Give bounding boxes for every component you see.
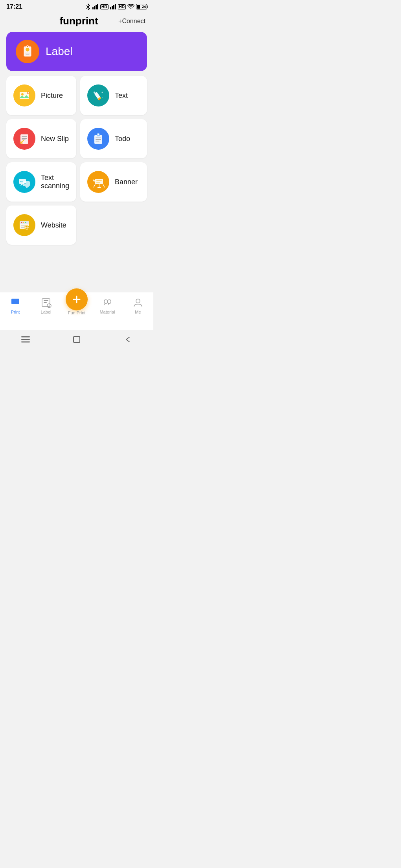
svg-text:字: 字 xyxy=(24,183,26,185)
svg-rect-3 xyxy=(97,4,98,9)
funprint-nav-label: Fun Print xyxy=(68,310,86,315)
system-back-button[interactable] xyxy=(121,333,134,346)
label-nav-icon xyxy=(40,297,52,308)
me-nav-label: Me xyxy=(135,310,141,314)
connect-button[interactable]: +Connect xyxy=(118,18,145,25)
svg-point-47 xyxy=(23,222,24,223)
svg-rect-1 xyxy=(94,6,95,9)
label-banner-icon xyxy=(16,40,39,63)
banner-icon xyxy=(87,171,109,193)
svg-rect-10 xyxy=(25,53,30,53)
content-spacer xyxy=(0,245,153,292)
svg-point-64 xyxy=(136,299,140,303)
hd-label-2: HD xyxy=(118,4,126,9)
svg-line-38 xyxy=(94,184,95,187)
svg-point-12 xyxy=(27,46,29,48)
svg-rect-23 xyxy=(22,138,27,139)
status-time: 17:21 xyxy=(6,3,22,10)
svg-rect-2 xyxy=(96,5,97,9)
svg-rect-65 xyxy=(21,336,30,338)
todo-label: Todo xyxy=(115,135,130,143)
hd-label-1: HD xyxy=(100,4,108,9)
svg-point-18 xyxy=(94,92,95,93)
signal-icon-2 xyxy=(110,4,116,9)
nav-item-label[interactable]: Label xyxy=(31,295,61,316)
text-label: Text xyxy=(115,92,128,100)
svg-line-39 xyxy=(103,184,105,187)
svg-rect-5 xyxy=(112,6,113,9)
nav-item-print[interactable]: Print xyxy=(0,295,31,316)
text-scanning-label: Text scanning xyxy=(41,174,69,190)
bottom-nav: Print Label Fun Print xyxy=(0,292,153,330)
status-icons: HD HD 24 xyxy=(85,4,147,10)
grid-item-banner[interactable]: Banner xyxy=(80,162,147,202)
text-scanning-icon: AB 字 xyxy=(13,171,35,193)
text-icon xyxy=(87,84,109,106)
svg-rect-41 xyxy=(96,182,100,183)
grid-item-text[interactable]: Text xyxy=(80,76,147,115)
svg-rect-67 xyxy=(21,341,30,343)
print-nav-label: Print xyxy=(11,310,20,314)
battery-icon: 24 xyxy=(136,4,147,9)
print-nav-icon xyxy=(10,297,21,308)
label-banner[interactable]: Label xyxy=(6,32,147,71)
me-nav-icon xyxy=(132,297,143,308)
main-grid: Picture Text xyxy=(0,76,153,245)
svg-rect-28 xyxy=(96,139,101,140)
nav-fab-funprint[interactable]: Fun Print xyxy=(61,288,92,315)
svg-point-43 xyxy=(94,179,95,180)
svg-rect-6 xyxy=(113,5,114,9)
svg-rect-54 xyxy=(11,299,19,304)
svg-point-19 xyxy=(102,92,103,93)
picture-icon xyxy=(13,84,35,106)
grid-item-picture[interactable]: Picture xyxy=(6,76,76,115)
svg-rect-56 xyxy=(13,302,18,303)
todo-icon xyxy=(87,128,109,150)
picture-label: Picture xyxy=(41,92,63,100)
grid-item-new-slip[interactable]: New Slip xyxy=(6,119,76,158)
status-bar: 17:21 HD HD 24 xyxy=(0,0,153,12)
fab-plus-icon xyxy=(71,294,82,305)
svg-rect-68 xyxy=(74,336,80,343)
new-slip-label: New Slip xyxy=(41,135,69,143)
svg-rect-11 xyxy=(26,54,29,55)
svg-point-14 xyxy=(21,93,24,95)
svg-rect-29 xyxy=(96,141,99,141)
svg-rect-55 xyxy=(13,300,18,301)
system-menu-button[interactable] xyxy=(19,333,32,346)
label-icon-svg xyxy=(20,44,35,59)
svg-text:AB: AB xyxy=(20,180,24,183)
label-banner-text: Label xyxy=(46,45,73,58)
website-icon xyxy=(13,214,35,236)
nav-item-me[interactable]: Me xyxy=(123,295,153,316)
signal-icon-1 xyxy=(92,4,99,9)
svg-rect-59 xyxy=(44,300,48,301)
fab-button[interactable] xyxy=(66,288,88,310)
grid-item-todo[interactable]: Todo xyxy=(80,119,147,158)
svg-point-9 xyxy=(26,48,29,52)
nav-item-material[interactable]: Material xyxy=(92,295,123,316)
svg-rect-35 xyxy=(95,179,103,184)
wifi-icon xyxy=(127,4,134,9)
label-nav-label: Label xyxy=(41,310,52,314)
material-nav-icon xyxy=(102,297,113,308)
grid-item-website[interactable]: Website xyxy=(6,206,76,245)
svg-point-20 xyxy=(102,97,103,98)
website-label: Website xyxy=(41,221,66,229)
bluetooth-icon xyxy=(85,4,91,10)
new-slip-icon xyxy=(13,128,35,150)
battery-label: 24 xyxy=(142,5,146,9)
grid-item-text-scanning[interactable]: AB 字 Text scanning xyxy=(6,162,76,202)
svg-rect-27 xyxy=(96,138,101,138)
material-nav-label: Material xyxy=(99,310,115,314)
svg-rect-22 xyxy=(22,136,27,137)
svg-point-48 xyxy=(25,222,26,223)
svg-point-30 xyxy=(97,134,99,136)
svg-rect-4 xyxy=(110,7,111,9)
system-home-button[interactable] xyxy=(70,333,83,346)
svg-rect-57 xyxy=(13,303,17,304)
svg-rect-66 xyxy=(21,339,30,340)
app-title: funprint xyxy=(39,15,118,27)
svg-rect-7 xyxy=(115,4,116,9)
svg-rect-40 xyxy=(96,180,102,181)
